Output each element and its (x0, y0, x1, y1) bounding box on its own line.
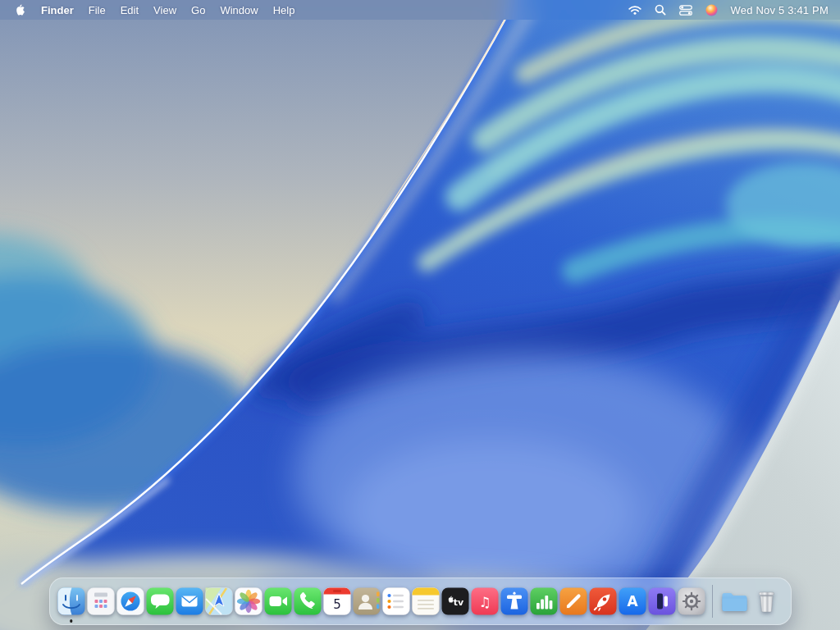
app-store-app-icon: A (619, 587, 646, 615)
menu-help[interactable]: Help (266, 0, 303, 20)
svg-text:tv: tv (453, 597, 463, 608)
apple-logo-icon (14, 3, 25, 16)
dock-apps: 5 tv ♫ (57, 579, 706, 623)
pages-app-icon (559, 587, 587, 615)
dock-item-reminders[interactable] (381, 579, 411, 623)
menu-go[interactable]: Go (184, 0, 212, 20)
menu-bar: FinderFileEditViewGoWindowHelp Wed Nov 5… (0, 0, 840, 20)
contacts-app-icon (353, 587, 381, 615)
dock-item-trash[interactable] (751, 579, 784, 623)
finder-running-indicator (70, 619, 73, 623)
keynote-app-icon (500, 587, 528, 615)
dock-item-tv[interactable]: tv (441, 579, 470, 623)
menu-window[interactable]: Window (212, 0, 265, 20)
maps-app-icon (205, 587, 233, 615)
dock-item-mail[interactable] (175, 579, 204, 623)
safari-app-icon (116, 587, 144, 615)
dock-item-downloads-folder[interactable] (719, 579, 751, 623)
downloads-folder-app-icon (719, 587, 750, 615)
svg-text:A: A (627, 593, 638, 609)
control-center-icon[interactable] (673, 0, 699, 20)
numbers-app-icon (530, 587, 558, 615)
menu-bar-menus: FinderFileEditViewGoWindowHelp (0, 0, 302, 20)
system-settings-app-icon (678, 587, 705, 615)
dock-item-facetime[interactable] (263, 579, 293, 623)
calendar-app-icon: 5 (323, 587, 351, 615)
dock-item-finder[interactable] (57, 579, 86, 623)
notes-app-icon (412, 587, 440, 615)
rocket-app-icon (589, 587, 617, 615)
dock-item-launchpad[interactable] (86, 579, 116, 623)
dock-item-keynote[interactable] (500, 579, 529, 623)
dock-item-phone[interactable] (293, 579, 322, 623)
trash-app-icon (752, 587, 783, 615)
podcasts-app-icon (648, 587, 676, 615)
facetime-app-icon (264, 587, 292, 615)
dock-item-numbers[interactable] (529, 579, 559, 623)
dock-item-music[interactable]: ♫ (470, 579, 500, 623)
siri-icon[interactable] (699, 0, 724, 20)
dock-item-messages[interactable] (145, 579, 175, 623)
dock-item-calendar[interactable]: 5 (322, 579, 352, 623)
wallpaper (0, 0, 840, 630)
menu-bar-clock[interactable]: Wed Nov 5 3:41 PM (724, 4, 833, 16)
dock: 5 tv ♫ (49, 578, 792, 625)
dock-item-system-settings[interactable] (677, 579, 706, 623)
dock-item-contacts[interactable] (352, 579, 381, 623)
dock-item-rocket[interactable] (588, 579, 618, 623)
dock-item-app-store[interactable]: A (618, 579, 647, 623)
apple-menu[interactable] (7, 0, 34, 20)
dock-item-safari[interactable] (116, 579, 145, 623)
reminders-app-icon (382, 587, 410, 615)
dock-item-maps[interactable] (204, 579, 234, 623)
music-app-icon: ♫ (471, 587, 499, 615)
menu-file[interactable]: File (81, 0, 113, 20)
mail-app-icon (176, 587, 203, 615)
phone-app-icon (294, 587, 322, 615)
dock-item-photos[interactable] (234, 579, 263, 623)
desktop: FinderFileEditViewGoWindowHelp Wed Nov 5… (0, 0, 840, 630)
menu-bar-status: Wed Nov 5 3:41 PM (622, 0, 840, 20)
dock-area: 5 tv ♫ (0, 578, 840, 625)
dock-item-notes[interactable] (411, 579, 441, 623)
dock-others (719, 579, 784, 623)
finder-app-icon (57, 587, 85, 615)
svg-text:♫: ♫ (478, 594, 491, 610)
dock-item-pages[interactable] (559, 579, 588, 623)
menu-edit[interactable]: Edit (113, 0, 146, 20)
svg-text:5: 5 (333, 597, 341, 612)
launchpad-app-icon (87, 587, 115, 615)
dock-item-podcasts[interactable] (647, 579, 677, 623)
tv-app-icon: tv (441, 587, 469, 615)
menu-view[interactable]: View (146, 0, 184, 20)
messages-app-icon (146, 587, 174, 615)
wifi-icon[interactable] (622, 0, 648, 20)
spotlight-search-icon[interactable] (648, 0, 673, 20)
dock-divider (712, 585, 713, 618)
menu-finder[interactable]: Finder (34, 0, 81, 20)
photos-app-icon (235, 587, 262, 615)
